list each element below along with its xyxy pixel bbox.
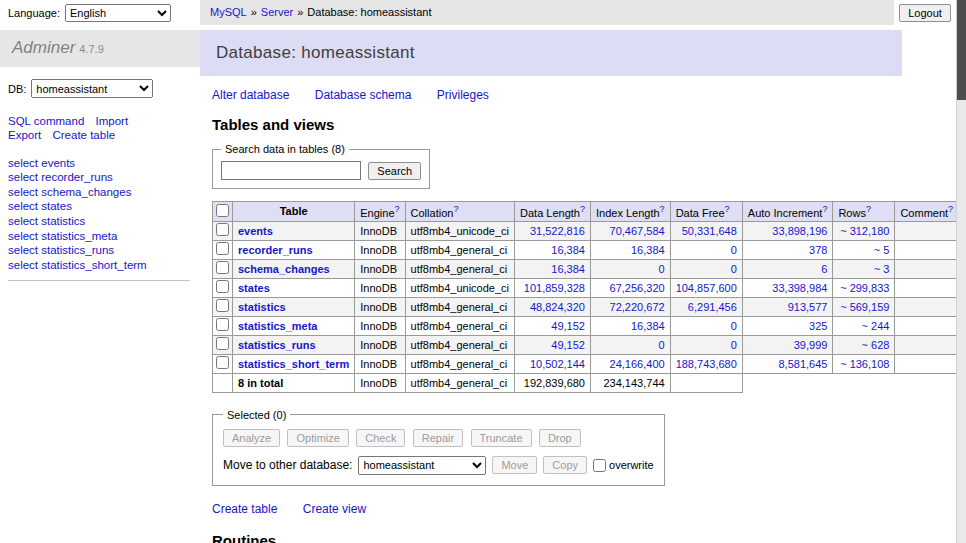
sidebar-table-link-statistics[interactable]: select statistics xyxy=(8,215,190,229)
data-free-link[interactable]: 6,291,456 xyxy=(688,301,737,313)
select-all-checkbox[interactable] xyxy=(216,204,229,217)
auto-increment-link[interactable]: 378 xyxy=(809,244,827,256)
create-view-link[interactable]: Create view xyxy=(303,502,366,516)
rows-count-link[interactable]: ~ 244 xyxy=(862,320,890,332)
db-select[interactable]: homeassistant xyxy=(31,79,153,98)
table-name-link[interactable]: states xyxy=(238,282,270,294)
row-checkbox[interactable] xyxy=(216,280,229,293)
hint-icon[interactable]: ? xyxy=(866,204,871,214)
data-free-link[interactable]: 50,331,648 xyxy=(682,225,737,237)
create-table-link[interactable]: Create table xyxy=(212,502,277,516)
create-table-link-sidebar[interactable]: Create table xyxy=(52,129,115,141)
auto-increment-link[interactable]: 913,577 xyxy=(788,301,828,313)
move-button: Move xyxy=(492,456,537,474)
row-checkbox[interactable] xyxy=(216,299,229,312)
rows-count-link[interactable]: ~ 299,833 xyxy=(840,282,889,294)
language-select[interactable]: English xyxy=(65,4,171,22)
move-db-select[interactable]: homeassistant xyxy=(358,456,486,475)
rows-count-link[interactable]: ~ 136,108 xyxy=(840,358,889,370)
sidebar-table-link-recorder-runs[interactable]: select recorder_runs xyxy=(8,171,190,185)
index-length-link[interactable]: 0 xyxy=(659,339,665,351)
breadcrumb-server-link[interactable]: Server xyxy=(261,6,293,18)
data-length-link[interactable]: 16,384 xyxy=(551,244,585,256)
auto-increment-link[interactable]: 6 xyxy=(821,263,827,275)
auto-increment-link[interactable]: 325 xyxy=(809,320,827,332)
table-name-link[interactable]: schema_changes xyxy=(238,263,330,275)
data-free-link[interactable]: 104,857,600 xyxy=(676,282,737,294)
table-name-link[interactable]: recorder_runs xyxy=(238,244,313,256)
rows-count-link[interactable]: ~ 569,159 xyxy=(840,301,889,313)
hint-icon[interactable]: ? xyxy=(660,204,665,214)
data-free-link[interactable]: 188,743,680 xyxy=(676,358,737,370)
sidebar-table-link-statistics-meta[interactable]: select statistics_meta xyxy=(8,230,190,244)
auto-increment-link[interactable]: 8,581,645 xyxy=(778,358,827,370)
data-free-link[interactable]: 0 xyxy=(731,339,737,351)
adminer-logo[interactable]: Adminer xyxy=(12,38,75,57)
total-label: 8 in total xyxy=(233,373,355,392)
index-length-link[interactable]: 16,384 xyxy=(631,320,665,332)
sql-command-link[interactable]: SQL command xyxy=(8,115,84,127)
index-length-link[interactable]: 0 xyxy=(659,263,665,275)
sidebar-table-link-states[interactable]: select states xyxy=(8,200,190,214)
privileges-link[interactable]: Privileges xyxy=(437,88,489,102)
rows-count-link[interactable]: ~ 3 xyxy=(874,263,890,275)
sidebar-table-link-statistics-runs[interactable]: select statistics_runs xyxy=(8,244,190,258)
index-length-link[interactable]: 70,467,584 xyxy=(610,225,665,237)
row-checkbox[interactable] xyxy=(216,356,229,369)
table-name-link[interactable]: statistics_meta xyxy=(238,320,318,332)
data-length-link[interactable]: 16,384 xyxy=(551,263,585,275)
row-checkbox[interactable] xyxy=(216,223,229,236)
alter-database-link[interactable]: Alter database xyxy=(212,88,289,102)
auto-increment-link[interactable]: 39,999 xyxy=(794,339,828,351)
hint-icon[interactable]: ? xyxy=(453,204,458,214)
row-checkbox[interactable] xyxy=(216,242,229,255)
data-free-link[interactable]: 0 xyxy=(731,263,737,275)
overwrite-checkbox[interactable] xyxy=(593,459,606,472)
data-length-link[interactable]: 49,152 xyxy=(551,339,585,351)
export-link[interactable]: Export xyxy=(8,129,41,141)
data-free-link[interactable]: 0 xyxy=(731,320,737,332)
breadcrumb-mysql-link[interactable]: MySQL xyxy=(210,6,247,18)
data-length-link[interactable]: 31,522,816 xyxy=(530,225,585,237)
row-checkbox[interactable] xyxy=(216,318,229,331)
table-name-link[interactable]: statistics_short_term xyxy=(238,358,349,370)
rows-count-link[interactable]: ~ 312,180 xyxy=(840,225,889,237)
window-scrollbar[interactable] xyxy=(956,0,966,543)
sidebar-table-link-events[interactable]: select events xyxy=(8,157,190,171)
logout-button[interactable]: Logout xyxy=(899,4,951,22)
data-length-link[interactable]: 101,859,328 xyxy=(524,282,585,294)
index-length-link[interactable]: 16,384 xyxy=(631,244,665,256)
hint-icon[interactable]: ? xyxy=(395,204,400,214)
rows-count-link[interactable]: ~ 5 xyxy=(874,244,890,256)
auto-increment-link[interactable]: 33,898,196 xyxy=(772,225,827,237)
hint-icon[interactable]: ? xyxy=(822,204,827,214)
data-free-link[interactable]: 0 xyxy=(731,244,737,256)
hint-icon[interactable]: ? xyxy=(580,204,585,214)
optimize-button: Optimize xyxy=(287,429,348,447)
scrollbar-thumb[interactable] xyxy=(957,0,966,100)
row-checkbox[interactable] xyxy=(216,337,229,350)
data-length-link[interactable]: 10,502,144 xyxy=(530,358,585,370)
hint-icon[interactable]: ? xyxy=(725,204,730,214)
sidebar: Adminer4.7.9 DB: homeassistant SQL comma… xyxy=(0,30,200,543)
row-checkbox[interactable] xyxy=(216,261,229,274)
database-schema-link[interactable]: Database schema xyxy=(315,88,412,102)
rows-count-link[interactable]: ~ 628 xyxy=(862,339,890,351)
hint-icon[interactable]: ? xyxy=(948,204,953,214)
table-name-link[interactable]: events xyxy=(238,225,273,237)
index-length-link[interactable]: 67,256,320 xyxy=(610,282,665,294)
index-length-link[interactable]: 24,166,400 xyxy=(610,358,665,370)
sidebar-table-link-statistics-short-term[interactable]: select statistics_short_term xyxy=(8,259,190,273)
search-button[interactable]: Search xyxy=(368,162,421,180)
comment-cell xyxy=(895,240,959,259)
table-name-link[interactable]: statistics xyxy=(238,301,286,313)
routines-title: Routines xyxy=(212,532,898,543)
data-length-link[interactable]: 49,152 xyxy=(551,320,585,332)
data-length-link[interactable]: 48,824,320 xyxy=(530,301,585,313)
index-length-link[interactable]: 72,220,672 xyxy=(610,301,665,313)
auto-increment-link[interactable]: 33,398,984 xyxy=(772,282,827,294)
sidebar-table-link-schema-changes[interactable]: select schema_changes xyxy=(8,186,190,200)
import-link[interactable]: Import xyxy=(95,115,128,127)
search-input[interactable] xyxy=(221,161,361,180)
table-name-link[interactable]: statistics_runs xyxy=(238,339,316,351)
